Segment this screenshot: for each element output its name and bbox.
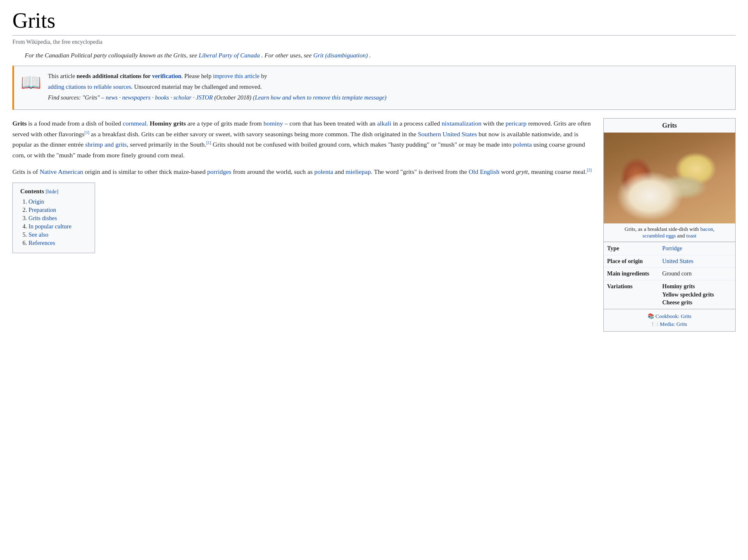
pericarp-link[interactable]: pericarp (505, 120, 526, 127)
ambox-content: This article needs additional citations … (48, 72, 729, 104)
remove-template-link[interactable]: (Learn how and when to remove this templ… (253, 94, 386, 101)
toc-title: Contents [hide] (20, 188, 87, 195)
old-english-link[interactable]: Old English (469, 168, 500, 175)
hominy-link[interactable]: hominy (263, 120, 283, 127)
toc-item-references: References (29, 240, 87, 247)
polenta2-link[interactable]: polenta (314, 168, 334, 175)
ambox-line1: This article needs additional citations … (48, 72, 729, 81)
citation-needed-box: 📖 This article needs additional citation… (12, 66, 736, 110)
ambox-book-icon: 📖 (21, 73, 41, 92)
southern-us-link[interactable]: Southern United States (418, 131, 477, 138)
toc-list: Origin Preparation Grits dishes In popul… (20, 198, 87, 247)
infobox-value-type: Porridge (659, 242, 735, 255)
infobox-label-origin: Place of origin (604, 255, 659, 268)
improve-article-link[interactable]: improve this article (213, 73, 260, 79)
infobox: Grits Grits, as a breakfast side-dish wi… (603, 118, 736, 332)
toc-link-preparation[interactable]: Preparation (29, 206, 56, 213)
media-link[interactable]: Media: Grits (660, 321, 687, 327)
toc-link-origin[interactable]: Origin (29, 198, 44, 205)
infobox-value-ingredients: Ground corn (659, 268, 735, 280)
infobox-value-origin: United States (659, 255, 735, 268)
infobox-row-variations: Variations Hominy grits Yellow speckled … (604, 280, 735, 309)
infobox-footer-media: 🍽️ Media: Grits (606, 321, 733, 327)
toc-link-popular-culture[interactable]: In popular culture (29, 223, 71, 230)
toc-item-popular-culture: In popular culture (29, 223, 87, 230)
wiki-subtitle: From Wikipedia, the free encyclopedia (12, 39, 736, 45)
infobox-label-variations: Variations (604, 280, 659, 309)
adding-citations-link[interactable]: adding citations to reliable sources (48, 83, 131, 90)
news-link[interactable]: news (106, 94, 118, 101)
toc-link-see-also[interactable]: See also (29, 231, 48, 238)
united-states-link[interactable]: United States (662, 258, 693, 264)
toc-hide-button[interactable]: [hide] (45, 188, 58, 195)
scrambled-eggs-link[interactable]: scrambled eggs (643, 233, 676, 239)
ref1[interactable]: [1] (84, 130, 89, 135)
native-american-link[interactable]: Native American (40, 168, 83, 175)
toc-link-grits-dishes[interactable]: Grits dishes (29, 215, 57, 221)
cookbook-link[interactable]: Cookbook: Grits (655, 313, 691, 319)
infobox-row-ingredients: Main ingredients Ground corn (604, 268, 735, 280)
ref1b[interactable]: [1] (206, 140, 211, 145)
infobox-image (604, 133, 735, 223)
toc-item-see-also: See also (29, 231, 87, 238)
infobox-label-type: Type (604, 242, 659, 255)
table-of-contents: Contents [hide] Origin Preparation Grits… (12, 183, 95, 253)
cookbook-icon: 📚 (648, 313, 654, 319)
media-icon: 🍽️ (652, 321, 658, 327)
nixtamalization-link[interactable]: nixtamalization (442, 120, 481, 127)
porridges-link[interactable]: porridges (207, 168, 231, 175)
disambiguation-link[interactable]: Grit (disambiguation) (313, 52, 368, 59)
ref2[interactable]: [2] (587, 167, 592, 172)
scholar-link[interactable]: scholar (174, 94, 192, 101)
jstor-link[interactable]: JSTOR (196, 94, 213, 101)
infobox-value-variations: Hominy grits Yellow speckled grits Chees… (659, 280, 735, 309)
mieliepap-link[interactable]: mieliepap (345, 168, 371, 175)
toc-item-grits-dishes: Grits dishes (29, 215, 87, 222)
infobox-row-type: Type Porridge (604, 242, 735, 255)
infobox-row-origin: Place of origin United States (604, 255, 735, 268)
infobox-label-ingredients: Main ingredients (604, 268, 659, 280)
porridge-link[interactable]: Porridge (662, 245, 682, 252)
toc-link-references[interactable]: References (29, 240, 55, 246)
infobox-caption: Grits, as a breakfast side-dish with bac… (604, 223, 735, 242)
infobox-table: Type Porridge Place of origin United Sta… (604, 242, 735, 309)
grits-food-image (604, 133, 735, 223)
cornmeal-link[interactable]: cornmeal (123, 120, 147, 127)
page-title: Grits (12, 8, 736, 36)
infobox-title: Grits (604, 119, 735, 133)
infobox-footer-cookbook: 📚 Cookbook: Grits (606, 313, 733, 320)
toc-item-preparation: Preparation (29, 206, 87, 214)
toast-link[interactable]: toast (686, 233, 697, 239)
shrimp-grits-link[interactable]: shrimp and grits (85, 141, 127, 148)
ambox-line3: Find sources: "Grits" – news · newspaper… (48, 93, 729, 102)
polenta-link[interactable]: polenta (513, 141, 532, 148)
infobox-footer: 📚 Cookbook: Grits 🍽️ Media: Grits (604, 309, 735, 331)
newspapers-link[interactable]: newspapers (122, 94, 150, 101)
liberal-party-link[interactable]: Liberal Party of Canada (199, 52, 260, 59)
alkali-link[interactable]: alkali (377, 120, 391, 127)
books-link[interactable]: books (155, 94, 169, 101)
verification-link[interactable]: verification (152, 73, 181, 79)
article-body: Grits Grits, as a breakfast side-dish wi… (12, 118, 736, 338)
bacon-link[interactable]: bacon (700, 226, 713, 232)
hatnote: For the Canadian Political party colloqu… (12, 52, 736, 59)
ambox-line2: adding citations to reliable sources. Un… (48, 83, 729, 92)
main-layout: Grits Grits, as a breakfast side-dish wi… (12, 118, 736, 338)
toc-item-origin: Origin (29, 198, 87, 205)
